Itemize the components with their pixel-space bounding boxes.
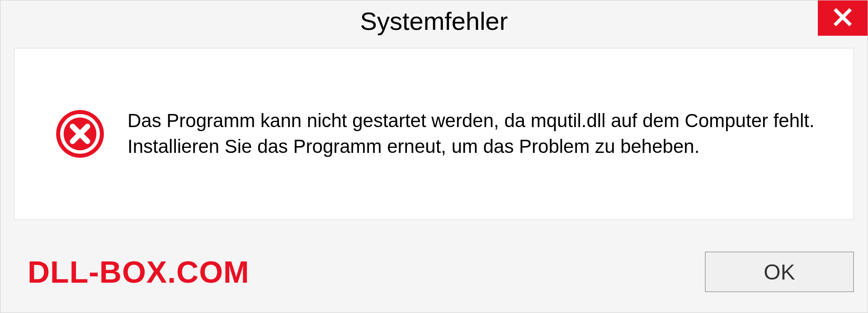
dialog-title: Systemfehler [360,6,508,36]
error-icon [55,109,105,159]
ok-button-label: OK [764,260,795,285]
title-bar: Systemfehler [0,0,868,41]
message-panel: Das Programm kann nicht gestartet werden… [14,48,854,220]
error-message: Das Programm kann nicht gestartet werden… [127,108,826,159]
close-icon [833,7,853,29]
close-button[interactable] [818,0,868,36]
ok-button[interactable]: OK [705,251,854,292]
watermark-text: DLL-BOX.COM [28,254,250,289]
footer-bar: DLL-BOX.COM OK [14,245,854,299]
error-dialog: Systemfehler Das Programm kann nicht ges… [0,0,868,313]
